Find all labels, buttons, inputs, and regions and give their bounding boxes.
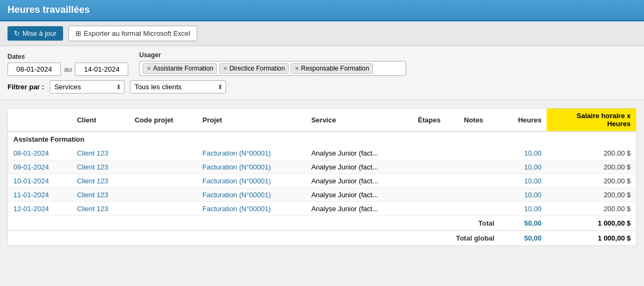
tag-label-assistante: Assistante Formation <box>153 65 213 72</box>
th-client: Client <box>72 109 129 132</box>
notes-5 <box>459 202 500 216</box>
update-label: Mise à jour <box>22 29 57 37</box>
table-body: Assistante Formation 08-01-2024 Client 1… <box>8 132 636 245</box>
projet-link-1[interactable]: Facturation (N°00001) <box>203 149 271 157</box>
th-heures: Heures <box>500 109 547 132</box>
heures-2: 10,00 <box>500 160 547 174</box>
etapes-2 <box>413 160 459 174</box>
service-2: Analyse Junior (fact... <box>306 160 412 174</box>
export-button[interactable]: ⊞ Exporter au format Microsoft Excel <box>68 26 197 41</box>
service-4: Analyse Junior (fact... <box>306 188 412 202</box>
notes-4 <box>459 188 500 202</box>
service-3: Analyse Junior (fact... <box>306 174 412 188</box>
tag-label-responsable: Responsable Formation <box>301 65 369 72</box>
date-link-3[interactable]: 10-01-2024 <box>13 177 49 185</box>
date-link-5[interactable]: 12-01-2024 <box>13 205 49 213</box>
grand-total-heures: 50,00 <box>500 231 547 246</box>
salaire-5: 200,00 $ <box>547 202 636 216</box>
tag-remove-assistante[interactable]: ✕ <box>146 65 151 72</box>
filter-by-wrapper: Services Clients Projets <box>50 80 125 94</box>
date-separator: au <box>64 65 72 73</box>
etapes-5 <box>413 202 459 216</box>
main-content: Client Code projet Projet Service Étapes… <box>7 108 637 246</box>
top-bar: Heures travaillées <box>0 0 644 21</box>
filtrer-label: Filtrer par : <box>7 83 44 91</box>
grand-total-row: Total global 50,00 1 000,00 $ <box>8 231 636 246</box>
update-icon: ↻ <box>14 29 20 37</box>
th-date <box>8 109 72 132</box>
usager-label: Usager <box>139 51 406 59</box>
export-label: Exporter au format Microsoft Excel <box>84 29 190 37</box>
tag-assistante: ✕ Assistante Formation <box>143 63 217 74</box>
etapes-1 <box>413 146 459 160</box>
projet-link-5[interactable]: Facturation (N°00001) <box>203 205 271 213</box>
tags-container: ✕ Assistante Formation ✕ Directice Forma… <box>139 61 406 76</box>
table-row: 09-01-2024 Client 123 Facturation (N°000… <box>8 160 636 174</box>
code-projet-5 <box>129 202 197 216</box>
notes-2 <box>459 160 500 174</box>
th-etapes: Étapes <box>413 109 459 132</box>
salaire-3: 200,00 $ <box>547 174 636 188</box>
tag-responsable: ✕ Responsable Formation <box>291 63 373 74</box>
th-code-projet: Code projet <box>129 109 197 132</box>
service-1: Analyse Junior (fact... <box>306 146 412 160</box>
filter-by-select[interactable]: Services Clients Projets <box>50 80 125 94</box>
code-projet-4 <box>129 188 197 202</box>
tag-directice: ✕ Directice Formation <box>219 63 289 74</box>
page-title: Heures travaillées <box>7 4 637 16</box>
total-label: Total <box>8 216 500 231</box>
heures-3: 10,00 <box>500 174 547 188</box>
table-row: 11-01-2024 Client 123 Facturation (N°000… <box>8 188 636 202</box>
date-link-1[interactable]: 08-01-2024 <box>13 149 49 157</box>
projet-link-3[interactable]: Facturation (N°00001) <box>203 177 271 185</box>
dates-filter-group: Dates au <box>7 53 128 76</box>
projet-link-2[interactable]: Facturation (N°00001) <box>203 163 271 171</box>
table-row: 08-01-2024 Client 123 Facturation (N°000… <box>8 146 636 160</box>
salaire-4: 200,00 $ <box>547 188 636 202</box>
code-projet-3 <box>129 174 197 188</box>
projet-link-4[interactable]: Facturation (N°00001) <box>203 191 271 199</box>
grand-total-salaire: 1 000,00 $ <box>547 231 636 246</box>
table-row: 10-01-2024 Client 123 Facturation (N°000… <box>8 174 636 188</box>
th-notes: Notes <box>459 109 500 132</box>
hours-table: Client Code projet Projet Service Étapes… <box>8 109 636 245</box>
heures-1: 10,00 <box>500 146 547 160</box>
filters-section: Dates au Usager ✕ Assistante Formation ✕… <box>0 46 644 101</box>
service-5: Analyse Junior (fact... <box>306 202 412 216</box>
th-service: Service <box>306 109 412 132</box>
client-link-5[interactable]: Client 123 <box>77 205 108 213</box>
date-from-input[interactable] <box>7 63 61 76</box>
salaire-2: 200,00 $ <box>547 160 636 174</box>
salaire-1: 200,00 $ <box>547 146 636 160</box>
update-button[interactable]: ↻ Mise à jour <box>7 26 63 41</box>
date-link-2[interactable]: 09-01-2024 <box>13 163 49 171</box>
etapes-4 <box>413 188 459 202</box>
heures-4: 10,00 <box>500 188 547 202</box>
notes-1 <box>459 146 500 160</box>
toolbar: ↻ Mise à jour ⊞ Exporter au format Micro… <box>0 21 644 46</box>
th-salaire: Salaire horaire xHeures <box>547 109 636 132</box>
total-salaire: 1 000,00 $ <box>547 216 636 231</box>
etapes-3 <box>413 174 459 188</box>
date-to-input[interactable] <box>75 63 128 76</box>
tag-remove-responsable[interactable]: ✕ <box>294 65 299 72</box>
client-link-2[interactable]: Client 123 <box>77 163 108 171</box>
tag-remove-directice[interactable]: ✕ <box>223 65 228 72</box>
date-link-4[interactable]: 11-01-2024 <box>13 191 49 199</box>
usager-filter-group: Usager ✕ Assistante Formation ✕ Directic… <box>139 51 406 76</box>
heures-5: 10,00 <box>500 202 547 216</box>
client-filter-select[interactable]: Tous les clients <box>130 80 226 94</box>
total-heures: 50,00 <box>500 216 547 231</box>
total-row: Total 50,00 1 000,00 $ <box>8 216 636 231</box>
th-projet: Projet <box>197 109 306 132</box>
code-projet-2 <box>129 160 197 174</box>
export-icon: ⊞ <box>75 29 81 37</box>
client-link-3[interactable]: Client 123 <box>77 177 108 185</box>
dates-label: Dates <box>7 53 128 60</box>
client-link-4[interactable]: Client 123 <box>77 191 108 199</box>
table-row: 12-01-2024 Client 123 Facturation (N°000… <box>8 202 636 216</box>
table-header-row: Client Code projet Projet Service Étapes… <box>8 109 636 132</box>
client-link-1[interactable]: Client 123 <box>77 149 108 157</box>
notes-3 <box>459 174 500 188</box>
section-header-label: Assistante Formation <box>8 132 636 146</box>
